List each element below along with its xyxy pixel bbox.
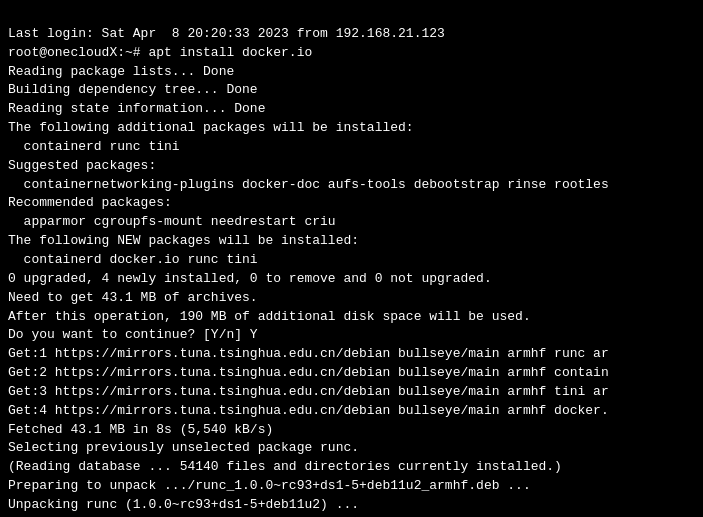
terminal-line: containerd docker.io runc tini [8, 251, 695, 270]
terminal-line: Fetched 43.1 MB in 8s (5,540 kB/s) [8, 421, 695, 440]
terminal-line: root@onecloudX:~# apt install docker.io [8, 44, 695, 63]
terminal-line: Get:3 https://mirrors.tuna.tsinghua.edu.… [8, 383, 695, 402]
terminal-line: Recommended packages: [8, 194, 695, 213]
terminal-line: Reading package lists... Done [8, 63, 695, 82]
terminal-line: apparmor cgroupfs-mount needrestart criu [8, 213, 695, 232]
terminal-line: Last login: Sat Apr 8 20:20:33 2023 from… [8, 25, 695, 44]
terminal-line: containernetworking-plugins docker-doc a… [8, 176, 695, 195]
terminal-line: 0 upgraded, 4 newly installed, 0 to remo… [8, 270, 695, 289]
terminal-line: Get:4 https://mirrors.tuna.tsinghua.edu.… [8, 402, 695, 421]
terminal-line: Reading state information... Done [8, 100, 695, 119]
terminal-line: Selecting previously unselected package … [8, 439, 695, 458]
terminal-line: After this operation, 190 MB of addition… [8, 308, 695, 327]
terminal-line: The following NEW packages will be insta… [8, 232, 695, 251]
terminal-line: Get:1 https://mirrors.tuna.tsinghua.edu.… [8, 345, 695, 364]
terminal-line: Unpacking runc (1.0.0~rc93+ds1-5+deb11u2… [8, 496, 695, 515]
terminal-line: Need to get 43.1 MB of archives. [8, 289, 695, 308]
terminal-line: Preparing to unpack .../runc_1.0.0~rc93+… [8, 477, 695, 496]
terminal-line: containerd runc tini [8, 138, 695, 157]
terminal-line: Building dependency tree... Done [8, 81, 695, 100]
terminal-line: (Reading database ... 54140 files and di… [8, 458, 695, 477]
terminal-line: Do you want to continue? [Y/n] Y [8, 326, 695, 345]
terminal-line: Suggested packages: [8, 157, 695, 176]
terminal-line: Get:2 https://mirrors.tuna.tsinghua.edu.… [8, 364, 695, 383]
terminal-line: The following additional packages will b… [8, 119, 695, 138]
terminal-window[interactable]: Last login: Sat Apr 8 20:20:33 2023 from… [0, 0, 703, 517]
